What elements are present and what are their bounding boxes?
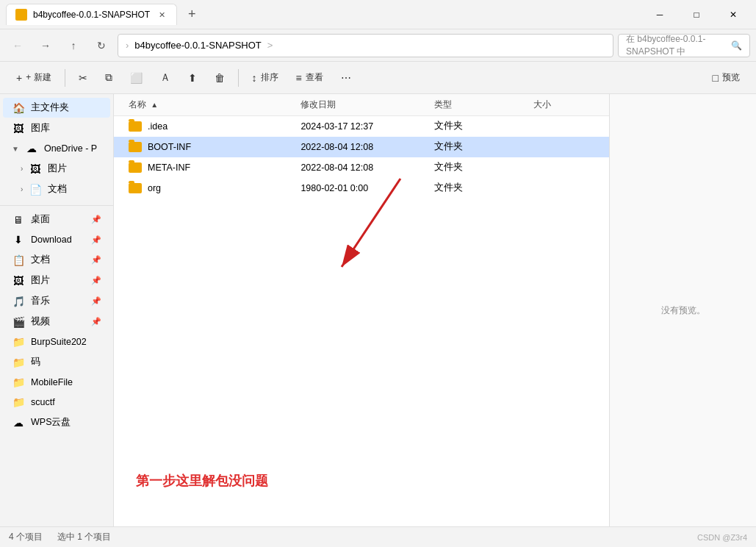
minimize-button[interactable]: ─	[643, 0, 677, 29]
toolbar: + + 新建 ✂ ⧉ ⬜ Ａ ⬆ 🗑 ↕ 排序 ≡ 查看 ⋯ □ 预览	[0, 62, 756, 94]
sidebar-item-burpsuite[interactable]: 📁 BurpSuite202	[3, 332, 110, 351]
pin-icon: 📌	[91, 215, 101, 224]
view-button[interactable]: ≡ 查看	[289, 68, 331, 87]
file-date-cell: 2024-03-17 12:37	[300, 121, 433, 132]
file-name-cell: BOOT-INF	[123, 142, 300, 152]
pin-icon: 📌	[91, 235, 101, 245]
rename-button[interactable]: Ａ	[153, 68, 178, 88]
paste-button[interactable]: ⬜	[123, 68, 150, 87]
new-button[interactable]: + + 新建	[9, 68, 59, 87]
table-row[interactable]: BOOT-INF 2022-08-04 12:08 文件夹	[114, 137, 609, 157]
folder-icon	[129, 142, 142, 152]
home-icon: 🏠	[12, 102, 25, 114]
pictures-icon: 🖼	[29, 163, 42, 175]
sidebar-item-documents2[interactable]: 📋 文档 📌	[3, 250, 110, 270]
address-bar[interactable]: › b4bycoffee-0.0.1-SNAPSHOT >	[118, 34, 613, 57]
search-icon: 🔍	[731, 40, 742, 51]
share-button[interactable]: ⬆	[181, 68, 204, 87]
file-name-cell: org	[123, 183, 300, 193]
new-tab-button[interactable]: +	[181, 4, 202, 25]
more-button[interactable]: ⋯	[334, 68, 359, 87]
delete-button[interactable]: 🗑	[207, 68, 232, 87]
table-row[interactable]: .idea 2024-03-17 12:37 文件夹	[114, 116, 609, 137]
sidebar-item-home[interactable]: 🏠 主文件夹	[3, 98, 110, 118]
sidebar-item-documents[interactable]: › 📄 文档	[3, 179, 110, 199]
expand-icon: ›	[21, 165, 23, 173]
ma-icon: 📁	[12, 357, 25, 368]
file-name: org	[148, 183, 161, 193]
sidebar-item-wps[interactable]: ☁ WPS云盘	[3, 412, 110, 432]
column-name[interactable]: 名称 ▲	[123, 99, 300, 111]
file-type-cell: 文件夹	[434, 182, 534, 194]
sidebar-item-gallery[interactable]: 🖼 图库	[3, 118, 110, 138]
file-name: BOOT-INF	[148, 142, 191, 152]
item-count: 4 个项目	[9, 531, 43, 543]
sidebar-item-label: 文档	[48, 183, 67, 196]
table-row[interactable]: META-INF 2022-08-04 12:08 文件夹	[114, 157, 609, 178]
forward-button[interactable]: →	[34, 34, 57, 57]
cut-icon: ✂	[79, 72, 87, 84]
preview-button[interactable]: □ 预览	[705, 68, 747, 87]
column-date[interactable]: 修改日期	[300, 99, 433, 111]
sidebar-item-desktop[interactable]: 🖥 桌面 📌	[3, 210, 110, 229]
sidebar-item-mobilefile[interactable]: 📁 MobileFile	[3, 373, 110, 392]
scuctf-icon: 📁	[12, 396, 25, 408]
sidebar-item-label: 码	[31, 356, 40, 368]
expand-icon: ▼	[12, 145, 19, 153]
sidebar-item-label: 文档	[31, 254, 50, 266]
sidebar-item-label: 视频	[31, 315, 50, 328]
folder-icon	[129, 121, 142, 132]
sidebar-item-videos[interactable]: 🎬 视频 📌	[3, 312, 110, 332]
column-type[interactable]: 类型	[434, 99, 534, 111]
column-name-label: 名称	[129, 99, 146, 110]
column-date-label: 修改日期	[300, 99, 336, 110]
file-list: .idea 2024-03-17 12:37 文件夹 BOOT-INF 2022…	[114, 116, 609, 526]
paste-icon: ⬜	[130, 72, 143, 84]
refresh-button[interactable]: ↻	[90, 34, 113, 57]
sort-button[interactable]: ↕ 排序	[245, 68, 286, 87]
column-size[interactable]: 大小	[533, 99, 600, 111]
search-box[interactable]: 在 b4bycoffee-0.0.1-SNAPSHOT 中 🔍	[618, 34, 750, 57]
sidebar-item-onedrive[interactable]: ▼ ☁ OneDrive - P	[3, 139, 110, 158]
sidebar-item-label: Download	[31, 235, 72, 245]
file-area: 名称 ▲ 修改日期 类型 大小 .idea 2024-03-17 12:37 文…	[114, 94, 609, 526]
table-row[interactable]: org 1980-02-01 0:00 文件夹	[114, 178, 609, 199]
sidebar-item-downloads[interactable]: ⬇ Download 📌	[3, 230, 110, 249]
close-button[interactable]: ✕	[716, 0, 750, 29]
pictures2-icon: 🖼	[12, 275, 25, 287]
window-controls: ─ □ ✕	[643, 0, 750, 29]
toolbar-divider-1	[65, 69, 65, 87]
back-button[interactable]: ←	[6, 34, 29, 57]
sidebar-item-scuctf[interactable]: 📁 scuctf	[3, 393, 110, 412]
maximize-button[interactable]: □	[680, 0, 713, 29]
desktop-icon: 🖥	[12, 214, 25, 226]
tab-folder-icon	[15, 9, 27, 21]
sort-arrow: ▲	[151, 101, 158, 109]
pin-icon: 📌	[91, 255, 101, 265]
wps-icon: ☁	[12, 417, 25, 429]
expand-icon: ›	[21, 185, 23, 193]
toolbar-divider-2	[238, 69, 239, 87]
main-layout: 🏠 主文件夹 🖼 图库 ▼ ☁ OneDrive - P › 🖼 图片 › 📄 …	[0, 94, 756, 526]
file-date-cell: 2022-08-04 12:08	[300, 142, 433, 152]
active-tab[interactable]: b4bycoffee-0.0.1-SNAPSHOT ✕	[6, 4, 177, 25]
file-date-cell: 1980-02-01 0:00	[300, 183, 433, 193]
pin-icon: 📌	[91, 317, 101, 326]
sidebar-item-pictures2[interactable]: 🖼 图片 📌	[3, 271, 110, 290]
sidebar-item-pictures[interactable]: › 🖼 图片	[3, 159, 110, 179]
status-bar: 4 个项目 选中 1 个项目 CSDN @Z3r4	[0, 526, 756, 547]
sidebar-item-label: WPS云盘	[31, 416, 71, 429]
onedrive-icon: ☁	[25, 143, 38, 154]
sidebar-item-music[interactable]: 🎵 音乐 📌	[3, 291, 110, 311]
tab-close-button[interactable]: ✕	[156, 9, 168, 21]
file-name: META-INF	[148, 162, 190, 173]
new-label: + 新建	[26, 71, 51, 84]
sidebar-item-ma[interactable]: 📁 码	[3, 352, 110, 372]
file-type-cell: 文件夹	[434, 120, 534, 132]
file-list-header: 名称 ▲ 修改日期 类型 大小	[114, 94, 609, 116]
no-preview-text: 没有预览。	[661, 304, 705, 317]
up-button[interactable]: ↑	[62, 34, 85, 57]
cut-button[interactable]: ✂	[71, 68, 95, 87]
sidebar-item-label: 主文件夹	[31, 101, 69, 114]
copy-button[interactable]: ⧉	[98, 68, 120, 87]
